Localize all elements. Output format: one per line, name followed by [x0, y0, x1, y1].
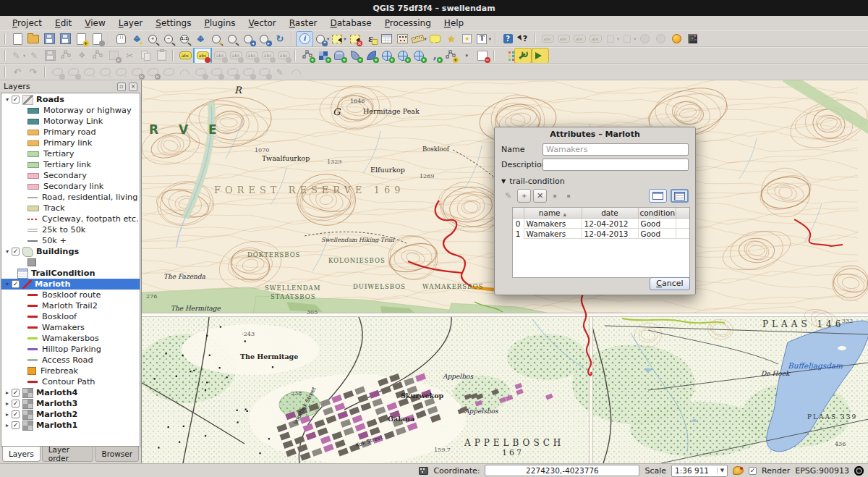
scale-combobox[interactable]: 1:36 911 ▼ — [671, 465, 728, 477]
render-checkbox[interactable]: ✓ — [749, 467, 757, 475]
zoom-out-button[interactable]: − — [161, 32, 176, 46]
add-postgis-layer-button[interactable]: + — [331, 48, 347, 63]
col-condition[interactable]: condition — [638, 208, 676, 219]
zoom-last-button[interactable]: ◂ — [240, 32, 256, 46]
layer-item-boskloof[interactable]: Boskloof — [1, 311, 140, 322]
table-view-button[interactable] — [671, 189, 689, 203]
show-bookmarks-button[interactable]: ★ — [459, 32, 475, 46]
new-bookmark-button[interactable]: ★ — [443, 32, 459, 46]
layer-item-track[interactable]: Track — [1, 203, 140, 214]
text-annotation-button[interactable]: T▾ — [475, 32, 492, 46]
pan-to-selection-button[interactable]: ↔↕★ — [129, 32, 145, 46]
cancel-button[interactable]: Cancel — [650, 277, 690, 290]
menu-project[interactable]: Project — [6, 17, 48, 30]
layer-item-marloth-trail2[interactable]: Marloth Trail2 — [1, 300, 140, 311]
layer-item-primary-link[interactable]: Primary link — [1, 138, 140, 148]
layer-item-motorway-or-highway[interactable]: Motorway or highway — [1, 105, 140, 116]
layer-item-motorway-link[interactable]: Motorway Link — [1, 116, 140, 127]
coordinate-input[interactable]: 2274230,-4023776 — [485, 465, 639, 476]
menu-settings[interactable]: Settings — [149, 17, 197, 30]
options-gear-icon[interactable] — [854, 466, 864, 476]
layer-item-secondary[interactable]: Secondary — [1, 170, 140, 181]
layer-checkbox[interactable]: ✓ — [12, 410, 20, 418]
layer-item-tertiary-link[interactable]: Tertiary link — [1, 159, 140, 170]
layer-item-marloth3[interactable]: ▸✓Marloth3 — [1, 398, 140, 409]
zoom-in-button[interactable]: + — [145, 32, 161, 46]
coordinate-capture-icon[interactable] — [419, 467, 428, 475]
add-child-button[interactable]: ＋ — [517, 189, 531, 203]
layer-item-25k-to-50k[interactable]: 25k to 50k — [1, 224, 140, 235]
measure-line-button[interactable]: ▾ — [411, 32, 427, 46]
layer-item-marloth2[interactable]: ▸✓Marloth2 — [1, 409, 140, 420]
identify-features-button[interactable]: i — [296, 31, 313, 47]
table-row[interactable]: 0Wamakers12-04-2012Good — [513, 219, 690, 229]
remove-layer-button[interactable]: − — [475, 48, 490, 63]
add-delimited-text-button[interactable]: ,+ — [427, 48, 443, 63]
layer-item-50k-[interactable]: 50k + — [1, 235, 140, 246]
menu-database[interactable]: Database — [323, 17, 378, 30]
touch-zoom-button[interactable] — [669, 32, 685, 46]
layer-item-wamakers[interactable]: Wamakers — [1, 322, 140, 333]
table-row[interactable]: 1Wamakers12-04-2013Good — [513, 229, 690, 239]
pan-map-button[interactable] — [113, 32, 129, 46]
layer-item-hilltop-parking[interactable]: Hilltop Parking — [1, 344, 140, 355]
refresh-map-button[interactable]: ↻ — [272, 32, 288, 46]
menu-help[interactable]: Help — [438, 17, 470, 30]
form-view-button[interactable] — [649, 189, 667, 203]
float-panel-icon[interactable]: ▫ — [117, 83, 126, 91]
map-tips-button[interactable] — [427, 32, 443, 46]
python-console-button[interactable] — [498, 48, 514, 63]
layer-checkbox[interactable]: ✓ — [12, 400, 20, 408]
expand-arrow-icon[interactable]: ▸ — [4, 422, 11, 429]
layer-item-tertiary[interactable]: Tertiary — [1, 148, 140, 159]
expand-arrow-icon[interactable]: ▾ — [4, 248, 11, 255]
layer-item-symbol[interactable] — [1, 257, 140, 268]
composer-manager-button[interactable] — [89, 32, 105, 46]
zoom-to-layer-button[interactable] — [224, 32, 240, 46]
new-shapefile-layer-button[interactable]: + — [443, 48, 459, 63]
menu-layer[interactable]: Layer — [112, 17, 149, 30]
add-spatialite-layer-button[interactable]: + — [347, 48, 363, 63]
select-by-expression-button[interactable]: ε — [363, 32, 379, 46]
whats-this-button[interactable]: ? — [516, 32, 532, 46]
add-raster-layer-button[interactable]: + — [315, 48, 331, 63]
menu-raster[interactable]: Raster — [283, 17, 324, 30]
expand-arrow-icon[interactable]: ▾ — [4, 281, 11, 287]
plugin-wrench-button[interactable] — [514, 48, 532, 64]
help-contents-button[interactable]: ? — [500, 32, 516, 46]
expand-arrow-icon[interactable]: ▸ — [4, 389, 11, 396]
layer-item-marloth4[interactable]: ▸✓Marloth4 — [1, 387, 140, 398]
col-name[interactable]: name▲ — [524, 208, 582, 219]
add-wms-layer-button[interactable]: + — [379, 48, 395, 63]
layer-item-firebreak[interactable]: Firebreak — [1, 366, 140, 376]
layer-menu-arrow-button[interactable]: ▾ — [459, 48, 475, 63]
layer-item-cycleway-footpath-etc-[interactable]: Cycleway, footpath etc. — [1, 214, 140, 224]
run-feature-action-button[interactable]: *▾ — [313, 32, 330, 46]
open-project-button[interactable] — [25, 32, 41, 46]
field-calculator-button[interactable] — [395, 32, 411, 46]
add-wfs-layer-button[interactable]: + — [411, 48, 427, 63]
add-mssql-layer-button[interactable]: + — [363, 48, 379, 63]
menu-view[interactable]: View — [78, 17, 111, 30]
expand-arrow-icon[interactable]: ▾ — [4, 96, 11, 103]
expand-arrow-icon[interactable]: ▸ — [4, 400, 11, 407]
layer-checkbox[interactable]: ✓ — [12, 248, 20, 256]
layer-item-access-road[interactable]: Access Road — [1, 355, 140, 366]
save-project-as-button[interactable]: ✓ — [57, 32, 73, 46]
layer-item-marloth[interactable]: ▾✓Marloth — [1, 279, 140, 290]
trail-condition-section[interactable]: ▼ trail-condition — [501, 177, 689, 186]
layer-item-contour-path[interactable]: Contour Path — [1, 376, 140, 387]
close-panel-icon[interactable]: × — [129, 83, 137, 91]
delete-child-button[interactable]: ✕ — [533, 189, 547, 203]
expand-arrow-icon[interactable]: ▸ — [4, 411, 11, 418]
save-project-button[interactable] — [41, 32, 57, 46]
zoom-to-selection-button[interactable]: ★ — [208, 32, 224, 46]
layer-item-boskloof-route[interactable]: Boskloof route — [1, 290, 140, 300]
layer-item-secondary-link[interactable]: Secondary link — [1, 181, 140, 192]
panel-tab-browser[interactable]: Browser — [95, 447, 139, 462]
open-attribute-table-button[interactable] — [379, 32, 395, 46]
layer-item-wamakersbos[interactable]: Wamakersbos — [1, 333, 140, 344]
panel-tab-layer-order[interactable]: Layer order — [42, 447, 94, 462]
deselect-all-button[interactable]: × — [347, 32, 363, 46]
select-rectangle-button[interactable]: ▾ — [330, 32, 346, 46]
